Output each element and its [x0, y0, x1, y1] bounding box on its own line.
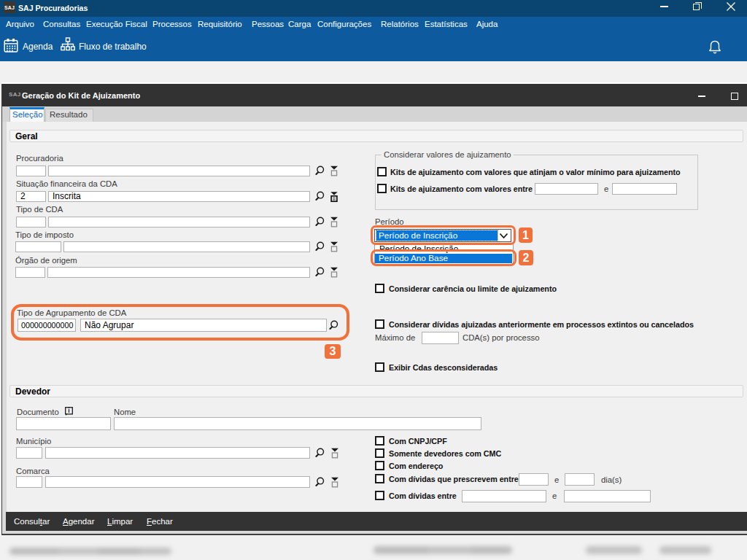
svg-text:i: i — [68, 407, 69, 414]
